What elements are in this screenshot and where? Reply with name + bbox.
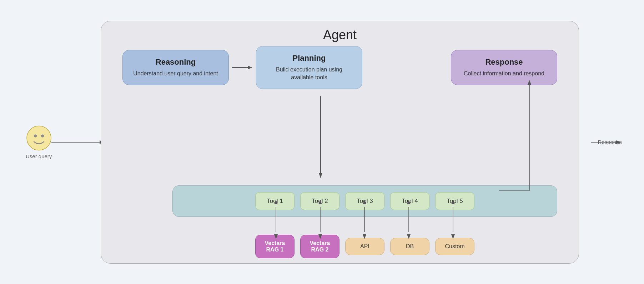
response-title: Response: [460, 58, 548, 67]
tool-1: Tool 1: [255, 192, 295, 210]
source-db: DB: [390, 238, 429, 255]
svg-point-0: [27, 126, 51, 150]
reasoning-box: Reasoning Understand user query and inte…: [122, 50, 229, 85]
user-to-agent-arrow: [51, 137, 105, 148]
response-desc: Collect information and respond: [460, 70, 548, 78]
sources-row: VectaraRAG 1 VectaraRAG 2 API DB Custom: [172, 235, 557, 258]
tool-3: Tool 3: [345, 192, 384, 210]
tool-4: Tool 4: [390, 192, 429, 210]
user-query-label: User query: [26, 153, 52, 159]
svg-marker-6: [248, 66, 252, 69]
user-avatar: [26, 125, 52, 151]
planning-desc: Build execution plan using available too…: [265, 66, 353, 82]
response-label: Response: [598, 139, 622, 145]
agent-container: Agent Reasoning Understand user query an…: [101, 21, 579, 264]
source-custom: Custom: [435, 238, 474, 255]
arrow-r-p-icon: [232, 62, 253, 73]
reasoning-title: Reasoning: [131, 58, 220, 67]
tool-2: Tool 2: [300, 192, 339, 210]
source-vectara2: VectaraRAG 2: [300, 235, 339, 258]
svg-point-1: [34, 134, 37, 137]
svg-marker-8: [319, 173, 322, 178]
planning-box: Planning Build execution plan using avai…: [256, 46, 362, 89]
arrow-reasoning-planning: [232, 62, 253, 73]
source-vectara1: VectaraRAG 1: [255, 235, 295, 258]
reasoning-desc: Understand user query and intent: [131, 70, 220, 78]
source-api: API: [345, 238, 384, 255]
diagram-wrapper: User query Agent Reasoning Understand us…: [19, 10, 625, 274]
top-row: Reasoning Understand user query and inte…: [122, 46, 557, 89]
planning-title: Planning: [265, 54, 353, 63]
agent-title: Agent: [101, 28, 579, 43]
tool-5: Tool 5: [435, 192, 474, 210]
response-box: Response Collect information and respond: [451, 50, 557, 85]
user-section: User query: [26, 125, 52, 159]
svg-point-2: [41, 134, 44, 137]
tools-container: Tool 1 Tool 2 Tool 3 Tool 4 Tool 5: [172, 185, 557, 217]
